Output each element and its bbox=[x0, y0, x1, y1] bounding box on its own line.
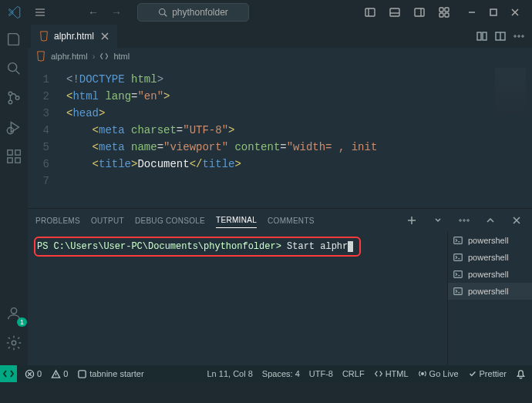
line-number: 7 bbox=[28, 173, 49, 190]
panel-close-button[interactable] bbox=[509, 213, 524, 228]
panel-more-button[interactable] bbox=[456, 213, 472, 228]
code-brackets-icon bbox=[99, 52, 109, 61]
status-warnings[interactable]: 0 bbox=[49, 369, 69, 379]
status-spaces[interactable]: Spaces: 4 bbox=[261, 369, 301, 378]
terminal-list-item[interactable]: powershell bbox=[448, 266, 532, 283]
breadcrumb[interactable]: alphr.html › html bbox=[28, 48, 532, 65]
svg-point-12 bbox=[15, 96, 19, 100]
terminal-list-item[interactable]: powershell bbox=[448, 283, 532, 300]
svg-rect-2 bbox=[390, 8, 399, 16]
status-tabnine[interactable]: tabnine starter bbox=[76, 369, 145, 379]
svg-point-35 bbox=[421, 373, 423, 375]
code-line: <meta name="viewport" content="width= , … bbox=[66, 139, 377, 156]
editor-viewport[interactable]: 1234567 <!DOCTYPE html><html lang="en"><… bbox=[28, 65, 532, 208]
terminal-dropdown-button[interactable] bbox=[430, 213, 446, 228]
nav-back-button[interactable]: ← bbox=[82, 3, 105, 22]
panel-tab-debug[interactable]: DEBUG CONSOLE bbox=[135, 213, 205, 228]
layout-sidebar-left-icon[interactable] bbox=[359, 2, 381, 23]
editor-area: alphr.html alphr.html › html 1234567 <!D… bbox=[28, 25, 532, 365]
status-language[interactable]: HTML bbox=[372, 369, 410, 378]
activity-extensions-icon[interactable] bbox=[2, 145, 25, 168]
line-number-gutter: 1234567 bbox=[28, 65, 57, 190]
panel-tab-output[interactable]: OUTPUT bbox=[91, 213, 124, 228]
compare-changes-icon[interactable] bbox=[473, 28, 490, 45]
command-center-search[interactable]: phythonfolder bbox=[137, 3, 249, 22]
terminal-list: powershellpowershellpowershellpowershell bbox=[447, 232, 532, 365]
more-actions-icon[interactable] bbox=[510, 28, 527, 45]
tab-label: alphr.html bbox=[54, 31, 94, 42]
menu-button[interactable] bbox=[29, 3, 51, 22]
code-line bbox=[66, 173, 377, 190]
search-text: phythonfolder bbox=[172, 7, 228, 18]
activity-debug-icon[interactable] bbox=[2, 116, 25, 139]
remote-button[interactable] bbox=[0, 365, 17, 382]
panel-body: PS C:\Users\User-PC\Documents\phythonfol… bbox=[28, 232, 532, 365]
code-line: <!DOCTYPE html> bbox=[66, 71, 377, 88]
status-go-live[interactable]: Go Live bbox=[416, 369, 460, 378]
svg-rect-7 bbox=[445, 13, 449, 17]
svg-point-10 bbox=[8, 92, 12, 96]
terminal-new-button[interactable] bbox=[404, 213, 419, 228]
line-number: 2 bbox=[28, 88, 49, 105]
activity-settings-button[interactable] bbox=[2, 331, 25, 354]
activity-accounts-button[interactable]: 1 bbox=[2, 302, 25, 325]
terminal-cursor bbox=[348, 241, 353, 252]
split-editor-icon[interactable] bbox=[492, 28, 509, 45]
svg-rect-6 bbox=[439, 13, 443, 17]
svg-point-18 bbox=[11, 308, 16, 314]
status-bar: 0 0 tabnine starter Ln 11, Col 8 Spaces:… bbox=[0, 365, 532, 382]
svg-rect-30 bbox=[454, 254, 463, 261]
accounts-badge: 1 bbox=[17, 317, 27, 327]
line-number: 6 bbox=[28, 156, 49, 173]
svg-rect-29 bbox=[454, 237, 463, 244]
code-content[interactable]: <!DOCTYPE html><html lang="en"><head> <m… bbox=[57, 65, 377, 190]
panel-tab-problems[interactable]: PROBLEMS bbox=[35, 213, 80, 228]
activity-scm-icon[interactable] bbox=[2, 86, 25, 109]
terminal-highlight-annotation: PS C:\Users\User-PC\Documents\phythonfol… bbox=[34, 237, 361, 257]
svg-point-23 bbox=[514, 35, 516, 37]
layout-sidebar-right-icon[interactable] bbox=[409, 2, 430, 23]
line-number: 3 bbox=[28, 105, 49, 122]
tab-close-button[interactable] bbox=[99, 30, 111, 42]
terminal-prompt: PS C:\Users\User-PC\Documents\phythonfol… bbox=[37, 240, 281, 253]
window-maximize-button[interactable] bbox=[483, 2, 504, 23]
svg-rect-14 bbox=[8, 150, 12, 155]
panel-tab-terminal[interactable]: TERMINAL bbox=[216, 213, 257, 228]
svg-rect-1 bbox=[365, 8, 375, 16]
terminal-view[interactable]: PS C:\Users\User-PC\Documents\phythonfol… bbox=[28, 232, 447, 365]
svg-rect-5 bbox=[445, 8, 449, 12]
code-line: <meta charset="UTF-8"> bbox=[66, 122, 377, 139]
svg-point-25 bbox=[522, 35, 524, 37]
status-ln-col[interactable]: Ln 11, Col 8 bbox=[206, 369, 254, 378]
status-encoding[interactable]: UTF-8 bbox=[308, 369, 335, 378]
code-line: <title>Document</title> bbox=[66, 156, 377, 173]
code-line: <head> bbox=[66, 105, 377, 122]
panel-tabs: PROBLEMS OUTPUT DEBUG CONSOLE TERMINAL C… bbox=[28, 209, 532, 232]
layout-customize-icon[interactable] bbox=[433, 2, 455, 23]
chevron-right-icon: › bbox=[93, 52, 96, 61]
panel-tab-comments[interactable]: COMMENTS bbox=[268, 213, 315, 228]
svg-point-9 bbox=[8, 63, 17, 72]
status-prettier[interactable]: Prettier bbox=[466, 369, 508, 378]
terminal-list-item[interactable]: powershell bbox=[448, 232, 532, 249]
nav-forward-button[interactable]: → bbox=[105, 3, 128, 22]
html-file-icon bbox=[39, 31, 49, 42]
activity-explorer-icon[interactable] bbox=[2, 28, 25, 51]
line-number: 5 bbox=[28, 139, 49, 156]
activity-search-icon[interactable] bbox=[2, 57, 25, 80]
title-bar: ← → phythonfolder bbox=[0, 0, 532, 25]
terminal-list-item[interactable]: powershell bbox=[448, 249, 532, 266]
panel-maximize-button[interactable] bbox=[483, 213, 498, 228]
status-errors[interactable]: 0 bbox=[23, 369, 43, 379]
minimap[interactable] bbox=[495, 68, 526, 114]
status-notifications[interactable] bbox=[514, 369, 527, 379]
editor-tab[interactable]: alphr.html bbox=[31, 25, 117, 48]
svg-rect-8 bbox=[490, 9, 497, 15]
layout-panel-icon[interactable] bbox=[384, 2, 406, 23]
svg-point-24 bbox=[518, 35, 520, 37]
window-minimize-button[interactable] bbox=[461, 2, 483, 23]
window-close-button[interactable] bbox=[504, 2, 526, 23]
status-eol[interactable]: CRLF bbox=[341, 369, 366, 378]
window-controls bbox=[461, 2, 526, 23]
svg-point-28 bbox=[467, 220, 469, 221]
